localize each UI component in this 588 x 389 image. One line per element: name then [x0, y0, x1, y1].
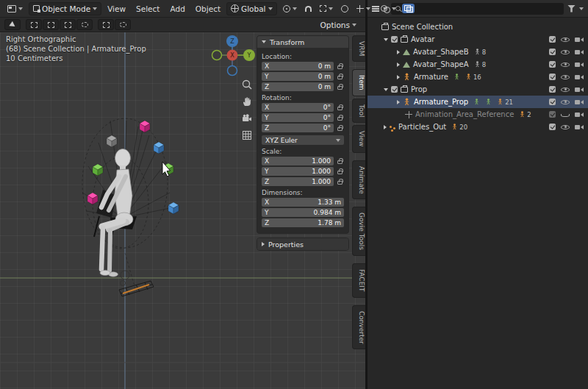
outliner-row-armature-prop[interactable]: Armature_Prop 21 [368, 96, 588, 108]
collapse-icon[interactable] [384, 88, 388, 91]
scale-y-field[interactable]: Y1.000 [262, 167, 334, 176]
object-name[interactable]: Avatar_ShapeB [413, 48, 469, 56]
exclude-checkbox[interactable] [391, 86, 398, 93]
tab-tool[interactable]: Tool [352, 99, 365, 123]
zoom-button[interactable] [240, 78, 254, 91]
tab-govie-tools[interactable]: Govie Tools [352, 207, 365, 256]
outliner-row-armature[interactable]: Armature 16 [368, 71, 588, 83]
control-cube-magenta-top[interactable] [140, 121, 150, 132]
lock-location-x-button[interactable] [336, 63, 344, 69]
control-cube-blue-lower[interactable] [168, 202, 179, 214]
control-cube-magenta-left[interactable] [87, 193, 98, 204]
transform-panel-header[interactable]: Transform [257, 36, 348, 48]
outliner-row-scene-collection[interactable]: Scene Collection [368, 21, 588, 33]
menu-add[interactable]: Add [165, 0, 189, 18]
y-neg-axis-ball[interactable] [212, 51, 222, 60]
menu-view[interactable]: View [103, 0, 130, 18]
hide-eye-icon[interactable] [561, 61, 570, 68]
select-extend-button[interactable] [43, 19, 59, 30]
selectable-checkbox[interactable] [549, 36, 556, 43]
lock-location-y-button[interactable] [336, 74, 344, 79]
disable-render-icon[interactable] [575, 36, 584, 43]
tab-faceit[interactable]: FACEIT [352, 263, 365, 297]
location-z-field[interactable]: Z0 m [262, 82, 334, 91]
lock-scale-z-button[interactable] [336, 179, 344, 185]
disable-render-icon[interactable] [575, 61, 584, 68]
tab-converter[interactable]: Converter [352, 305, 365, 350]
selectable-checkbox[interactable] [549, 111, 556, 118]
xray-toggle[interactable] [402, 4, 415, 13]
disable-render-icon[interactable] [575, 124, 584, 130]
outliner-row-avatar[interactable]: Avatar [368, 33, 588, 46]
outliner-row-animation-area-reference[interactable]: Animation_Area_Reference 2 [368, 108, 588, 121]
tab-view[interactable]: View [352, 125, 365, 152]
dimensions-x-field[interactable]: X1.33 m [262, 198, 344, 207]
expand-icon[interactable] [384, 125, 387, 129]
pan-button[interactable] [240, 95, 254, 108]
select-intersect-button[interactable] [76, 19, 93, 30]
outliner-row-prop[interactable]: Prop [368, 83, 588, 96]
hide-eye-icon[interactable] [561, 36, 570, 43]
transform-orientation-dropdown[interactable]: Global [226, 2, 277, 15]
hide-eye-icon[interactable] [561, 86, 570, 93]
rotation-z-field[interactable]: Z0° [262, 124, 334, 132]
tool-option-a-button[interactable] [98, 19, 114, 30]
menu-object[interactable]: Object [191, 0, 225, 18]
dimensions-z-field[interactable]: Z1.78 m [262, 218, 344, 227]
collection-name[interactable]: Avatar [411, 35, 434, 43]
viewport-canvas[interactable]: Right Orthographic (68) Scene Collection… [0, 32, 365, 389]
search-input[interactable] [404, 4, 559, 13]
select-set-button[interactable] [26, 19, 42, 30]
object-name[interactable]: Animation_Area_Reference [415, 110, 514, 118]
toggle-ortho-button[interactable] [240, 129, 254, 142]
filter-icon[interactable] [567, 5, 576, 13]
rotation-mode-dropdown[interactable]: XYZ Euler [262, 135, 344, 145]
overlays-dropdown[interactable] [376, 3, 401, 14]
collection-name[interactable]: Scene Collection [392, 23, 453, 31]
gizmos-dropdown[interactable] [352, 3, 375, 15]
hide-eye-icon[interactable] [561, 99, 570, 106]
object-name[interactable]: Armature [414, 73, 448, 81]
disable-render-icon[interactable] [575, 74, 584, 80]
disable-render-icon[interactable] [575, 111, 584, 118]
selectable-checkbox[interactable] [549, 74, 556, 80]
hide-eye-icon[interactable] [561, 74, 570, 81]
snap-settings-dropdown[interactable] [315, 3, 337, 14]
disable-render-icon[interactable] [575, 86, 584, 93]
lock-location-z-button[interactable] [336, 84, 344, 90]
avatar-figure[interactable] [100, 149, 133, 286]
snap-toggle[interactable] [303, 4, 314, 13]
select-subtract-button[interactable] [60, 19, 76, 30]
collection-name[interactable]: Prop [411, 85, 427, 93]
rotation-x-field[interactable]: X0° [262, 103, 334, 112]
selectable-checkbox[interactable] [549, 99, 556, 105]
properties-panel-header[interactable]: Properties [257, 238, 348, 250]
lock-rotation-y-button[interactable] [336, 115, 344, 121]
expand-icon[interactable] [397, 50, 400, 54]
outliner-row-avatar-shapeb[interactable]: Avatar_ShapeB 8 [368, 46, 588, 58]
object-name[interactable]: Avatar_ShapeA [413, 60, 469, 68]
collapse-icon[interactable] [384, 38, 388, 41]
dimensions-y-field[interactable]: Y0.984 m [262, 208, 344, 217]
selectable-checkbox[interactable] [549, 61, 556, 68]
options-dropdown[interactable]: Options [315, 18, 361, 32]
lock-scale-x-button[interactable] [336, 158, 344, 164]
selectable-checkbox[interactable] [549, 49, 556, 55]
expand-icon[interactable] [397, 75, 400, 79]
hide-eye-icon[interactable] [561, 124, 570, 131]
disable-render-icon[interactable] [575, 49, 584, 55]
selectable-checkbox[interactable] [549, 124, 556, 130]
lock-rotation-z-button[interactable] [336, 125, 344, 131]
mode-dropdown[interactable]: Object Mode [29, 2, 101, 15]
rotation-y-field[interactable]: Y0° [262, 113, 334, 122]
camera-view-button[interactable] [240, 112, 254, 125]
disable-render-icon[interactable] [575, 99, 584, 105]
control-cube-green-left[interactable] [93, 164, 103, 176]
lock-rotation-x-button[interactable] [336, 104, 344, 110]
expand-icon[interactable] [397, 63, 400, 67]
location-x-field[interactable]: X0 m [262, 62, 334, 71]
tool-option-b-button[interactable] [115, 19, 131, 30]
chevron-down-icon[interactable] [579, 7, 584, 10]
object-name[interactable]: Particles_Out [398, 123, 446, 131]
selectable-checkbox[interactable] [549, 86, 556, 93]
